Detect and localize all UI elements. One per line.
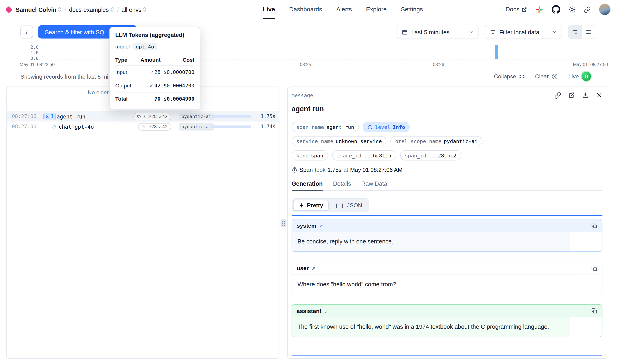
selector-chevrons-icon	[110, 7, 114, 12]
docs-link[interactable]: Docs	[505, 6, 527, 13]
span-name: chat gpt-4o	[59, 123, 94, 130]
copy-message-button[interactable]	[591, 222, 597, 228]
tab-raw-data[interactable]: Raw Data	[361, 180, 387, 190]
clear-button[interactable]: Clear	[535, 73, 558, 80]
collapse-icon	[519, 73, 525, 79]
copy-icon	[591, 308, 597, 314]
record-kind-label: message	[291, 92, 313, 98]
pill-span-name[interactable]: span_nameagent run	[291, 122, 359, 132]
copy-icon	[591, 222, 597, 228]
dock-panel-button[interactable]	[582, 92, 589, 98]
message-role: system	[297, 222, 316, 229]
span-diamond-icon	[52, 125, 56, 129]
message-system: system ↗ Be concise, reply with one sent…	[291, 219, 602, 252]
time-range-select[interactable]: Last 5 minutes	[397, 25, 479, 39]
live-toggle[interactable]: Live	[568, 72, 591, 81]
message-text: The first known use of "hello, world" wa…	[292, 317, 570, 337]
incoming-arrow-icon: ↙	[324, 308, 328, 314]
tree-view-button[interactable]	[568, 25, 581, 39]
external-link-icon	[568, 92, 575, 98]
chart-y-axis: 2.0 1.0 0.0	[25, 44, 39, 61]
scroll-edge-top	[291, 215, 602, 216]
nav-tab-alerts[interactable]: Alerts	[336, 0, 352, 19]
model-value-chip: gpt-4o	[133, 43, 157, 50]
trace-row-agent-run[interactable]: 08:27:06 1 agent run Σ ↗28 ↙42 pydantic-…	[7, 111, 279, 121]
llm-tokens-tooltip: LLM Tokens (aggregated) model gpt-4o Typ…	[109, 27, 200, 110]
collapse-button[interactable]: Collapse	[494, 73, 525, 79]
list-view-icon	[585, 29, 591, 35]
time-range-value: Last 5 minutes	[411, 28, 466, 35]
github-button[interactable]	[551, 5, 560, 14]
org-switcher[interactable]: Samuel Colvin	[16, 6, 62, 13]
trace-row-chat-gpt-4o[interactable]: 08:27:06 chat gpt-4o ↗28 ↙42 pydantic-ai…	[7, 121, 279, 132]
theme-toggle-button[interactable]	[568, 6, 576, 13]
filter-local-data-select[interactable]: Filter local data	[485, 25, 562, 39]
input-arrow-icon: ↗	[148, 124, 151, 129]
tokens-table-header: Type Amount Cost	[115, 55, 194, 65]
tab-details[interactable]: Details	[333, 180, 351, 190]
panel-resize-handle[interactable]	[281, 219, 286, 227]
span-detail-panel: message agent run	[287, 87, 608, 359]
status-actions: Collapse Clear Live	[494, 72, 591, 81]
pretty-toggle-button[interactable]: Pretty	[293, 200, 329, 211]
open-in-new-button[interactable]	[568, 92, 575, 98]
slack-icon	[535, 5, 543, 14]
clear-circle-x-icon	[551, 73, 558, 80]
span-name: agent run	[57, 113, 85, 119]
copy-link-button[interactable]	[554, 92, 561, 99]
dock-panel-icon	[582, 92, 589, 98]
message-header: assistant ↙	[292, 305, 602, 317]
histogram-bar[interactable]	[495, 45, 498, 59]
row-timestamp: 08:27:06	[12, 113, 36, 119]
pill-kind[interactable]: kindspan	[291, 150, 328, 160]
copy-message-button[interactable]	[591, 265, 597, 271]
pill-otel-scope-name[interactable]: otel_scope_namepydantic-ai	[390, 136, 482, 146]
tokens-table: Type Amount Cost Input ↗28 $0.0000700 Ou…	[115, 55, 194, 105]
outgoing-arrow-icon: ↗	[312, 265, 315, 271]
render-mode-toggle: Pretty { } JSON	[291, 198, 369, 212]
detail-tabs: Generation Details Raw Data	[291, 180, 602, 191]
share-link-button[interactable]	[584, 6, 591, 13]
json-toggle-button[interactable]: { } JSON	[329, 200, 368, 211]
scope-tag[interactable]: pydantic-ai	[179, 113, 214, 120]
children-count-badge[interactable]: 1	[43, 113, 56, 120]
copy-message-button[interactable]	[591, 308, 597, 314]
nav-tab-settings[interactable]: Settings	[401, 0, 423, 19]
filter-icon	[490, 29, 496, 35]
nav-tab-explore[interactable]: Explore	[366, 0, 387, 19]
live-indicator-icon	[581, 72, 591, 81]
list-view-button[interactable]	[581, 25, 595, 39]
breadcrumb-separator: /	[65, 6, 66, 13]
pill-trace-id[interactable]: trace_id...6c8115	[332, 150, 396, 160]
copy-icon	[591, 265, 597, 271]
nav-tab-live[interactable]: Live	[263, 0, 275, 19]
scroll-edge-bottom	[291, 355, 602, 355]
info-icon	[368, 125, 372, 130]
tokens-row-total: Total 70 $0.0004900	[115, 92, 194, 105]
pill-service-name[interactable]: service_nameunknown_service	[291, 136, 386, 146]
message-assistant: assistant ↙ The first known use of "hell…	[291, 304, 602, 337]
slash-shortcut-key[interactable]: /	[20, 26, 33, 38]
tooltip-model-row: model gpt-4o	[115, 43, 194, 50]
top-nav: Samuel Colvin / docs-examples / all envs…	[0, 0, 617, 19]
environment-switcher[interactable]: all envs	[121, 6, 147, 13]
close-panel-button[interactable]	[596, 92, 602, 98]
nav-tab-dashboards[interactable]: Dashboards	[289, 0, 322, 19]
filter-local-data-label: Filter local data	[499, 28, 549, 35]
outgoing-arrow-icon: ↗	[319, 223, 323, 228]
slack-button[interactable]	[535, 5, 543, 14]
tab-generation[interactable]: Generation	[291, 180, 323, 190]
link-icon	[584, 6, 591, 13]
token-usage-chip: Σ ↗28 ↙42	[133, 113, 171, 120]
sigma-icon: Σ	[143, 114, 146, 119]
user-avatar[interactable]	[599, 3, 611, 15]
message-header: user ↗	[292, 262, 602, 275]
pill-span-id[interactable]: span_id...28cbc2	[400, 150, 461, 160]
breadcrumb-separator: /	[117, 6, 119, 13]
chevron-down-icon	[552, 30, 557, 34]
pill-level[interactable]: levelInfo	[363, 122, 410, 132]
scope-tag[interactable]: pydantic-ai	[179, 123, 214, 130]
message-header: system ↗	[292, 220, 602, 232]
project-switcher[interactable]: docs-examples	[69, 6, 114, 13]
chart-x-axis: May 01. 08:22:50 08:25 08:26 May 01. 08:…	[0, 62, 617, 68]
